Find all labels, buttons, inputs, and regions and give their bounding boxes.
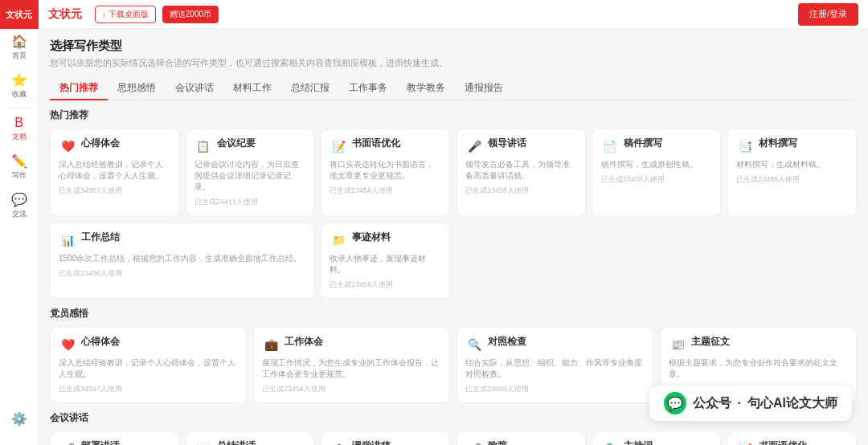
card-meta: 已生成23456人使用	[330, 280, 441, 290]
tab-edu[interactable]: 教学教务	[397, 77, 455, 100]
register-button[interactable]: 注册/登录	[798, 3, 858, 26]
card-cailiaoxiezuo[interactable]: 📑 材料撰写 材料撰写，生成材料稿。 已生成23456人使用	[727, 129, 857, 216]
star-icon: ⭐	[11, 74, 27, 87]
sidebar-item-chat[interactable]: 💬 交流	[0, 187, 39, 226]
card-meta: 已生成23456人使用	[465, 186, 577, 196]
meeting-card-4[interactable]: 🎙️ 主持词 基于对特定活动场景的精准把握，生成专业主持词，适合不同场合应用。 …	[592, 431, 722, 445]
tab-hot[interactable]: 热门推荐	[50, 77, 108, 100]
work-icon: 💼	[262, 336, 280, 353]
meeting-card-2[interactable]: 🎓 课堂讲稿 结合知识点，助力您高效完成课程的课堂讲稿。 已生成23456人使用	[321, 431, 450, 445]
section-hot: 热门推荐	[50, 108, 857, 122]
tab-meeting[interactable]: 会议讲话	[166, 77, 223, 100]
folder-icon: 📁	[330, 231, 347, 249]
main-content: 选择写作类型 您可以依据您的实际情况选择合适的写作类型，也可通过搜索相关内容查找…	[39, 29, 868, 445]
card-title: 工作总结	[81, 231, 120, 244]
hot-card-grid: ❤️ 心得体会 深入总结经验教训，记录个人心得体会，设置个人人生观。 已生成34…	[50, 129, 857, 299]
card-title: 对照检查	[488, 336, 526, 349]
mic-icon: 🎤	[465, 137, 483, 155]
tab-work[interactable]: 工作事务	[339, 77, 397, 100]
meeting-card-3[interactable]: 🎤 致辞 根据受众，专业撰写庄重。 已生成23456人使用	[457, 431, 586, 445]
card-desc: 将口头表达转化为书面语言，使文章更专业更规范。	[330, 159, 441, 182]
card-desc: 领导发言必备工具，为领导准备高质量讲话稿。	[465, 159, 577, 182]
tab-summary[interactable]: 总结汇报	[281, 77, 339, 100]
topbar: 文状元 ↓ 下载桌面版 赠送2000币 注册/登录	[39, 0, 868, 29]
card-desc: 深入总结经验教训，记录个人心得体会，设置个人人生观。	[59, 357, 238, 380]
card-huiyijiyao[interactable]: 📋 会议纪要 记录会议讨论内容，为日后查阅提供会议详细记录记录记录。 已生成24…	[186, 129, 315, 216]
tab-report[interactable]: 通报报告	[455, 77, 513, 100]
card-meta: 已生成24411人使用	[194, 197, 306, 207]
party-card-2[interactable]: 🔍 对照检查 结合实际，从思想、组织、能力、作风等专业角度对照检查。 已生成23…	[457, 327, 653, 403]
card-desc: 稿件撰写，生成原创性稿。	[601, 159, 713, 170]
heart-icon2: ❤️	[59, 336, 76, 353]
card-title: 部署讲话	[81, 440, 120, 445]
mic-icon2: 🎤	[59, 440, 76, 445]
sidebar-item-home[interactable]: 🏠 首页	[0, 29, 39, 67]
card-title: 书面语优化	[352, 137, 400, 150]
write-icon: ✏️	[11, 155, 27, 168]
sidebar-item-label: 交流	[12, 209, 27, 219]
app-logo: 文状元	[0, 0, 39, 29]
heart-icon: ❤️	[59, 137, 76, 155]
meeting-card-1[interactable]: 📊 总结讲话 总结工作，提炼出规律和经验进行讲解。 已生成23456人使用	[186, 431, 315, 445]
search-icon2: 🔍	[465, 336, 483, 353]
chart-icon2: 📊	[194, 440, 212, 445]
sidebar-item-label: 文档	[12, 132, 27, 142]
meeting-card-5[interactable]: 📝 书面语优化 将口头表达转化为书面语言会议更专业更规范。 已生成23411人使…	[727, 431, 857, 445]
card-title: 心得体会	[81, 336, 120, 349]
host-icon: 🎙️	[601, 440, 619, 445]
card-shijicailiao[interactable]: 📁 事迹材料 收录人物事迹，展现事迹材料。 已生成23456人使用	[321, 222, 450, 299]
card-title: 致辞	[488, 440, 507, 445]
sidebar-item-settings[interactable]: ⚙️	[0, 400, 39, 439]
sidebar-bottom: ⚙️	[0, 400, 39, 439]
card-desc: 材料撰写，生成材料稿。	[736, 159, 848, 170]
card-title: 材料撰写	[759, 137, 797, 150]
section-meeting: 会议讲话	[50, 411, 857, 425]
card-meta: 已生成23456人使用	[262, 384, 441, 394]
sidebar: 文状元 🏠 首页 ⭐ 收藏 B 文档 ✏️ 写作 💬 交流 ⚙️	[0, 0, 39, 445]
card-meta: 已生成34567人使用	[59, 186, 170, 196]
meeting-card-0[interactable]: 🎤 部署讲话 结合实际工作，保证工作任务的顺利开展。 已生成23456人使用	[50, 431, 179, 445]
card-title: 书面语优化	[759, 440, 807, 445]
card-title: 总结讲话	[217, 440, 256, 445]
home-icon: 🏠	[11, 35, 27, 48]
sidebar-item-star[interactable]: ⭐ 收藏	[0, 67, 39, 106]
card-title: 领导讲话	[488, 137, 526, 150]
page-subtitle: 您可以依据您的实际情况选择合适的写作类型，也可通过搜索相关内容查找相应模板，进而…	[50, 57, 857, 69]
card-meta: 已生成23455人使用	[465, 384, 645, 394]
edu-icon: 🎓	[330, 440, 347, 445]
tab-material[interactable]: 材料工作	[223, 77, 281, 100]
sidebar-item-write[interactable]: ✏️ 写作	[0, 149, 39, 187]
card-desc: 根据主题要求，为您专业创作符合要求的征文文章。	[669, 357, 848, 380]
chart-icon: 📊	[59, 231, 76, 249]
topbar-logo: 文状元	[48, 7, 82, 22]
card-title: 心得体会	[81, 137, 120, 150]
party-card-grid: ❤️ 心得体会 深入总结经验教训，记录个人心得体会，设置个人人生观。 已生成34…	[50, 327, 857, 403]
card-desc: 结合实际，从思想、组织、能力、作风等专业角度对照检查。	[465, 357, 645, 380]
write-icon2: 📝	[330, 137, 347, 155]
reward-button[interactable]: 赠送2000币	[162, 6, 219, 23]
topbar-right: 注册/登录	[798, 3, 858, 26]
meeting-card-grid: 🎤 部署讲话 结合实际工作，保证工作任务的顺利开展。 已生成23456人使用 📊…	[50, 431, 857, 445]
settings-icon: ⚙️	[11, 413, 27, 426]
party-card-0[interactable]: ❤️ 心得体会 深入总结经验教训，记录个人心得体会，设置个人人生观。 已生成34…	[50, 327, 247, 403]
party-card-1[interactable]: 💼 工作体会 展现工作情况，为您生成专业的工作体会报告，让工作体会更专业更规范。…	[253, 327, 450, 403]
card-title: 工作体会	[285, 336, 323, 349]
tab-bar: 热门推荐 思想感悟 会议讲话 材料工作 总结汇报 工作事务 教学教务 通报报告	[50, 77, 857, 100]
download-button[interactable]: ↓ 下载桌面版	[95, 6, 156, 23]
sidebar-item-doc[interactable]: B 文档	[0, 110, 39, 149]
chat-icon: 💬	[11, 194, 27, 206]
card-xindetihui[interactable]: ❤️ 心得体会 深入总结经验教训，记录个人心得体会，设置个人人生观。 已生成34…	[50, 129, 179, 216]
card-title: 主持词	[624, 440, 653, 445]
party-card-3[interactable]: 📰 主题征文 根据主题要求，为您专业创作符合要求的征文文章。 已生成24441人…	[660, 327, 857, 403]
card-shumianyu[interactable]: 📝 书面语优化 将口头表达转化为书面语言，使文章更专业更规范。 已生成23456…	[321, 129, 450, 216]
card-lingdaojianghua[interactable]: 🎤 领导讲话 领导发言必备工具，为领导准备高质量讲话稿。 已生成23456人使用	[457, 129, 586, 216]
paper-icon: 📄	[601, 137, 619, 155]
card-gaojianxiezuo[interactable]: 📄 稿件撰写 稿件撰写，生成原创性稿。 已生成23456人使用	[592, 129, 722, 216]
sidebar-item-label: 首页	[12, 51, 27, 61]
section-party: 党员感悟	[50, 307, 857, 320]
card-desc: 深入总结经验教训，记录个人心得体会，设置个人人生观。	[59, 159, 170, 182]
card-title: 主题征文	[691, 336, 730, 349]
tab-thought[interactable]: 思想感悟	[108, 77, 166, 100]
write-icon3: 📝	[736, 440, 754, 445]
card-gongzuozongjie[interactable]: 📊 工作总结 1500余次工作总结，根据您的工作内容，生成准确全面地工作总结。 …	[50, 222, 314, 299]
